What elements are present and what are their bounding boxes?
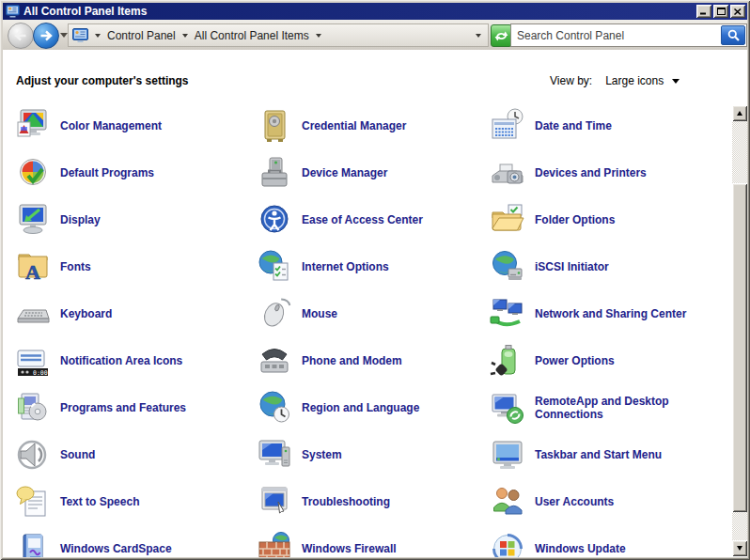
recent-pages-chevron-icon[interactable]	[60, 33, 68, 38]
chevron-down-icon[interactable]	[316, 34, 321, 38]
troubleshooting-icon	[256, 483, 293, 521]
taskbar-and-start-menu-icon	[489, 436, 526, 474]
control-panel-item-keyboard[interactable]: Keyboard	[14, 292, 247, 335]
control-panel-item-label: Troubleshooting	[302, 495, 390, 508]
control-panel-item-label: Taskbar and Start Menu	[535, 448, 662, 461]
control-panel-item-region-and-language[interactable]: Region and Language	[256, 386, 489, 429]
user-accounts-icon	[489, 483, 526, 521]
control-panel-item-date-and-time[interactable]: Date and Time	[489, 104, 722, 148]
control-panel-item-system[interactable]: System	[256, 433, 489, 476]
control-panel-item-fonts[interactable]: AFonts	[14, 245, 247, 288]
system-icon	[256, 436, 293, 474]
fonts-icon: A	[14, 248, 52, 286]
scroll-up-button[interactable]	[732, 105, 747, 121]
control-panel-item-label: Power Options	[535, 354, 615, 367]
control-panel-item-color-management[interactable]: Color Management	[14, 104, 247, 148]
control-panel-item-credential-manager[interactable]: Credential Manager	[256, 104, 489, 148]
control-panel-item-mouse[interactable]: Mouse	[256, 292, 489, 335]
power-options-icon	[489, 342, 526, 380]
breadcrumb-all-control-panel-items[interactable]: All Control Panel Items	[191, 29, 313, 42]
address-history-chevron-icon[interactable]	[476, 34, 481, 38]
control-panel-item-folder-options[interactable]: Folder Options	[489, 198, 722, 241]
scrollbar-track[interactable]	[732, 121, 747, 540]
iscsi-initiator-icon	[489, 248, 526, 286]
window-title: All Control Panel Items	[23, 5, 695, 18]
control-panel-item-sound[interactable]: Sound	[14, 433, 247, 476]
control-panel-item-label: Windows CardSpace	[60, 542, 172, 555]
control-panel-item-windows-firewall[interactable]: Windows Firewall	[256, 527, 489, 557]
windows-cardspace-icon	[14, 530, 52, 557]
control-panel-item-network-and-sharing-center[interactable]: Network and Sharing Center	[489, 292, 722, 335]
view-by-chevron-icon[interactable]	[672, 79, 680, 84]
network-and-sharing-center-icon	[489, 295, 526, 333]
control-panel-window-icon	[6, 5, 20, 18]
control-panel-item-label: Folder Options	[535, 213, 615, 226]
view-by-value[interactable]: Large icons	[605, 74, 664, 87]
control-panel-item-label: Internet Options	[302, 260, 389, 273]
phone-and-modem-icon	[256, 342, 293, 380]
device-manager-icon	[256, 154, 293, 192]
control-panel-item-label: Devices and Printers	[535, 166, 647, 179]
minimize-button[interactable]	[696, 5, 711, 18]
date-and-time-icon	[489, 107, 526, 145]
triangle-down-icon	[737, 546, 742, 551]
control-panel-icon	[72, 28, 89, 42]
control-panel-item-power-options[interactable]: Power Options	[489, 339, 722, 382]
breadcrumb-control-panel[interactable]: Control Panel	[103, 29, 180, 42]
titlebar[interactable]: All Control Panel Items	[3, 3, 747, 20]
refresh-button[interactable]	[491, 24, 512, 47]
control-panel-item-remoteapp-and-desktop-connections[interactable]: RemoteApp and Desktop Connections	[489, 386, 722, 429]
ease-of-access-center-icon	[256, 201, 293, 239]
default-programs-icon	[14, 154, 52, 192]
control-panel-item-text-to-speech[interactable]: Text to Speech	[14, 480, 247, 523]
control-panel-item-label: Device Manager	[302, 166, 387, 179]
control-panel-item-user-accounts[interactable]: User Accounts	[489, 480, 722, 523]
scrollbar-thumb[interactable]	[732, 183, 747, 512]
control-panel-item-label: Mouse	[302, 307, 337, 320]
control-panel-item-taskbar-and-start-menu[interactable]: Taskbar and Start Menu	[489, 433, 722, 476]
control-panel-item-label: Windows Firewall	[302, 542, 397, 555]
control-panel-item-label: Color Management	[60, 119, 162, 132]
vertical-scrollbar[interactable]	[732, 105, 747, 556]
control-panel-item-windows-update[interactable]: Windows Update	[489, 527, 722, 557]
control-panel-item-devices-and-printers[interactable]: Devices and Printers	[489, 151, 722, 194]
control-panel-item-label: User Accounts	[535, 495, 614, 508]
maximize-button[interactable]	[713, 5, 728, 18]
control-panel-item-notification-area-icons[interactable]: 0:00Notification Area Icons	[14, 339, 247, 382]
control-panel-item-label: Fonts	[60, 260, 91, 273]
windows-update-icon	[489, 530, 526, 557]
control-panel-item-device-manager[interactable]: Device Manager	[256, 151, 489, 194]
control-panel-item-windows-cardspace[interactable]: Windows CardSpace	[14, 527, 247, 557]
view-by-control[interactable]: View by: Large icons	[550, 74, 680, 87]
control-panel-item-label: Date and Time	[535, 119, 612, 132]
control-panel-item-label: Phone and Modem	[302, 354, 402, 367]
control-panel-item-display[interactable]: Display	[14, 198, 247, 241]
content-area: Adjust your computer's settings View by:…	[3, 50, 747, 557]
control-panel-item-ease-of-access-center[interactable]: Ease of Access Center	[256, 198, 489, 241]
search-button[interactable]	[721, 25, 745, 45]
control-panel-item-label: Network and Sharing Center	[535, 307, 686, 320]
close-button[interactable]	[730, 5, 745, 18]
notification-area-icons-icon: 0:00	[14, 342, 52, 380]
chevron-down-icon[interactable]	[95, 34, 101, 38]
control-panel-item-internet-options[interactable]: Internet Options	[256, 245, 489, 288]
control-panel-item-default-programs[interactable]: Default Programs	[14, 151, 247, 194]
sound-icon	[14, 436, 52, 474]
search-input[interactable]	[511, 29, 721, 42]
internet-options-icon	[256, 248, 293, 286]
forward-button[interactable]	[33, 23, 59, 49]
back-button[interactable]	[8, 23, 34, 49]
control-panel-item-label: Ease of Access Center	[302, 213, 423, 226]
control-panel-item-label: System	[302, 448, 342, 461]
chevron-down-icon[interactable]	[182, 34, 188, 38]
mouse-icon	[256, 295, 293, 333]
control-panel-item-label: iSCSI Initiator	[535, 260, 609, 273]
control-panel-item-iscsi-initiator[interactable]: iSCSI Initiator	[489, 245, 722, 288]
control-panel-item-troubleshooting[interactable]: Troubleshooting	[256, 480, 489, 523]
control-panel-item-phone-and-modem[interactable]: Phone and Modem	[256, 339, 489, 382]
control-panel-item-label: Programs and Features	[60, 401, 186, 414]
scroll-down-button[interactable]	[732, 540, 747, 556]
address-bar[interactable]: Control Panel All Control Panel Items	[68, 23, 489, 47]
display-icon	[14, 201, 52, 239]
control-panel-item-programs-and-features[interactable]: Programs and Features	[14, 386, 247, 429]
